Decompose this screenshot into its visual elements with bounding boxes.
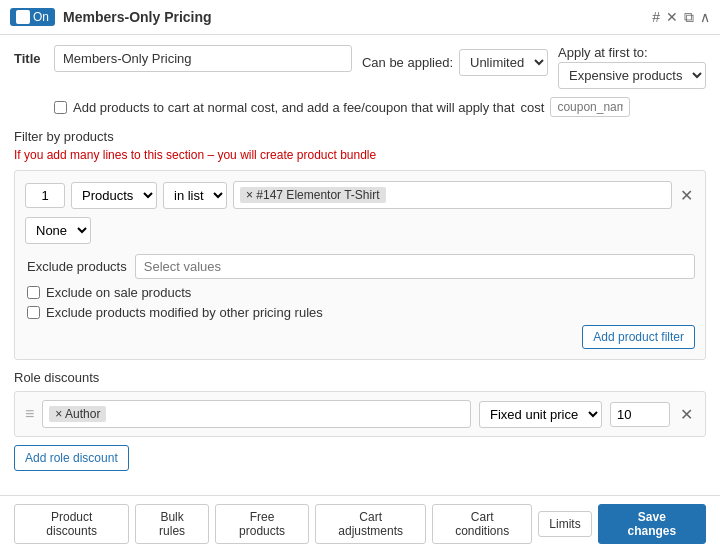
cart-conditions-button[interactable]: Cart conditions <box>432 504 532 544</box>
main-content: Title Can be applied: Unlimited Apply at… <box>0 35 720 495</box>
exclude-modified-label: Exclude products modified by other prici… <box>46 305 323 320</box>
limits-button[interactable]: Limits <box>538 511 591 537</box>
exclude-on-sale-row: Exclude on sale products <box>27 285 695 300</box>
add-products-label: Add products to cart at normal cost, and… <box>73 100 515 115</box>
role-discount-row: ≡ × Author Fixed unit price ✕ <box>25 400 695 428</box>
apply-first-select[interactable]: Expensive products <box>558 62 706 89</box>
page-title: Members-Only Pricing <box>63 9 644 25</box>
title-label: Title <box>14 45 44 66</box>
footer: Product discounts Bulk rules Free produc… <box>0 495 720 546</box>
role-discount-box: ≡ × Author Fixed unit price ✕ <box>14 391 706 437</box>
toggle-button[interactable]: On <box>10 8 55 26</box>
filter-row-2: None <box>25 217 695 244</box>
discount-value-input[interactable] <box>610 402 670 427</box>
free-products-button[interactable]: Free products <box>215 504 309 544</box>
header-icons: # ✕ ⧉ ∧ <box>652 9 710 26</box>
add-product-filter-button[interactable]: Add product filter <box>582 325 695 349</box>
role-tag-label: × Author <box>55 407 100 421</box>
save-changes-button[interactable]: Save changes <box>598 504 706 544</box>
cart-adjustments-button[interactable]: Cart adjustments <box>315 504 426 544</box>
toggle-indicator <box>16 10 30 24</box>
copy-icon[interactable]: ⧉ <box>684 9 694 26</box>
exclude-on-sale-label: Exclude on sale products <box>46 285 191 300</box>
coupon-input[interactable] <box>550 97 630 117</box>
add-products-row: Add products to cart at normal cost, and… <box>54 97 706 117</box>
hash-icon: # <box>652 9 660 25</box>
role-tag-area[interactable]: × Author <box>42 400 471 428</box>
role-discounts-section: Role discounts ≡ × Author Fixed unit pri… <box>14 370 706 471</box>
exclude-on-sale-checkbox[interactable] <box>27 286 40 299</box>
filter-remove-icon[interactable]: ✕ <box>678 184 695 207</box>
role-tag: × Author <box>49 406 106 422</box>
filter-condition-select[interactable]: in list <box>163 182 227 209</box>
can-be-applied-group: Can be applied: Unlimited <box>362 45 548 76</box>
filter-tag-label: × #147 Elementor T-Shirt <box>246 188 380 202</box>
none-select[interactable]: None <box>25 217 91 244</box>
add-products-checkbox[interactable] <box>54 101 67 114</box>
can-be-applied-label: Can be applied: <box>362 55 453 70</box>
collapse-icon[interactable]: ∧ <box>700 9 710 25</box>
role-remove-icon[interactable]: ✕ <box>678 403 695 426</box>
exclude-modified-row: Exclude products modified by other prici… <box>27 305 695 320</box>
filter-tag: × #147 Elementor T-Shirt <box>240 187 386 203</box>
cost-label: cost <box>521 100 545 115</box>
apply-first-label: Apply at first to: <box>558 45 706 60</box>
product-discounts-button[interactable]: Product discounts <box>14 504 129 544</box>
filter-row-1: Products in list × #147 Elementor T-Shir… <box>25 181 695 209</box>
exclude-products-label: Exclude products <box>27 259 127 274</box>
title-input[interactable] <box>54 45 352 72</box>
filter-section-title: Filter by products <box>14 129 706 144</box>
close-icon[interactable]: ✕ <box>666 9 678 25</box>
filter-tag-input-area[interactable]: × #147 Elementor T-Shirt <box>233 181 672 209</box>
exclude-products-input[interactable] <box>135 254 695 279</box>
bulk-rules-button[interactable]: Bulk rules <box>135 504 209 544</box>
exclude-products-row: Exclude products <box>27 254 695 279</box>
can-be-applied-select[interactable]: Unlimited <box>459 49 548 76</box>
exclude-modified-checkbox[interactable] <box>27 306 40 319</box>
discount-type-select[interactable]: Fixed unit price <box>479 401 602 428</box>
drag-handle-icon[interactable]: ≡ <box>25 405 34 423</box>
header: On Members-Only Pricing # ✕ ⧉ ∧ <box>0 0 720 35</box>
title-row: Title Can be applied: Unlimited Apply at… <box>14 45 706 89</box>
filter-type-select[interactable]: Products <box>71 182 157 209</box>
add-role-discount-button[interactable]: Add role discount <box>14 445 129 471</box>
filter-quantity-input[interactable] <box>25 183 65 208</box>
filter-box: Products in list × #147 Elementor T-Shir… <box>14 170 706 360</box>
filter-warning: If you add many lines to this section – … <box>14 148 706 162</box>
apply-first-group: Apply at first to: Expensive products <box>558 45 706 89</box>
toggle-label: On <box>33 10 49 24</box>
filter-section: Filter by products If you add many lines… <box>14 129 706 360</box>
role-discounts-title: Role discounts <box>14 370 706 385</box>
